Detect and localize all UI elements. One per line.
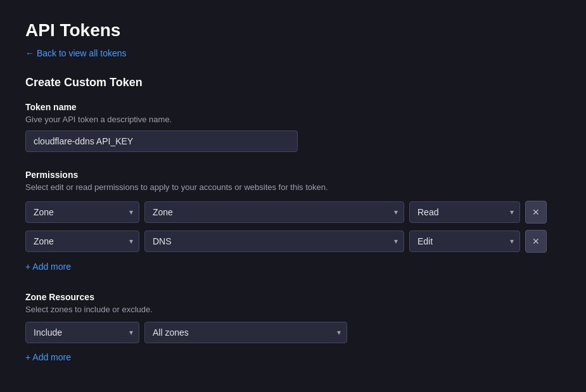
zone-include-select[interactable]: Include Exclude — [25, 322, 139, 343]
zone-value-wrapper: All zones Specific zone — [144, 322, 347, 343]
perm-type-select-1[interactable]: Zone Account User — [25, 201, 139, 223]
create-token-section: Create Custom Token Token name Give your… — [25, 76, 561, 365]
perm-resource-wrapper-1: Zone DNS Firewall Cache — [144, 201, 404, 223]
perm-level-wrapper-2: Read Edit — [409, 231, 520, 252]
zone-resources-section: Zone Resources Select zones to include o… — [25, 292, 561, 365]
add-more-permissions-link[interactable]: + Add more — [25, 262, 71, 272]
token-name-field: Token name Give your API token a descrip… — [25, 102, 561, 152]
perm-type-wrapper-1: Zone Account User — [25, 201, 139, 223]
perm-level-wrapper-1: Read Edit — [409, 201, 520, 223]
page-title: API Tokens — [25, 20, 561, 41]
permission-row-2: Zone Account User Zone DNS Firewall Cach… — [25, 230, 561, 253]
permissions-section: Permissions Select edit or read permissi… — [25, 170, 561, 274]
perm-resource-wrapper-2: Zone DNS Firewall Cache — [144, 231, 404, 252]
perm-resource-select-1[interactable]: Zone DNS Firewall Cache — [144, 201, 404, 223]
token-name-hint: Give your API token a descriptive name. — [25, 115, 561, 124]
token-name-label: Token name — [25, 102, 561, 112]
zone-resources-label: Zone Resources — [25, 292, 561, 302]
perm-type-wrapper-2: Zone Account User — [25, 231, 139, 252]
perm-type-select-2[interactable]: Zone Account User — [25, 231, 139, 252]
permissions-hint: Select edit or read permissions to apply… — [25, 182, 561, 192]
zone-include-wrapper: Include Exclude — [25, 322, 139, 343]
perm-level-select-1[interactable]: Read Edit — [409, 201, 520, 223]
back-to-tokens-link[interactable]: ← Back to view all tokens — [25, 48, 127, 58]
token-name-input[interactable] — [25, 130, 298, 152]
add-more-zones-link[interactable]: + Add more — [25, 352, 71, 362]
perm-resource-select-2[interactable]: Zone DNS Firewall Cache — [144, 231, 404, 252]
zone-value-select[interactable]: All zones Specific zone — [144, 322, 347, 343]
permission-row-1: Zone Account User Zone DNS Firewall Cach… — [25, 201, 561, 224]
permissions-label: Permissions — [25, 170, 561, 180]
zone-resources-hint: Select zones to include or exclude. — [25, 305, 561, 314]
remove-permission-2-button[interactable]: ✕ — [525, 230, 547, 253]
perm-level-select-2[interactable]: Read Edit — [409, 231, 520, 252]
create-token-heading: Create Custom Token — [25, 76, 561, 89]
remove-permission-1-button[interactable]: ✕ — [525, 201, 547, 224]
zone-row-1: Include Exclude All zones Specific zone — [25, 322, 561, 343]
